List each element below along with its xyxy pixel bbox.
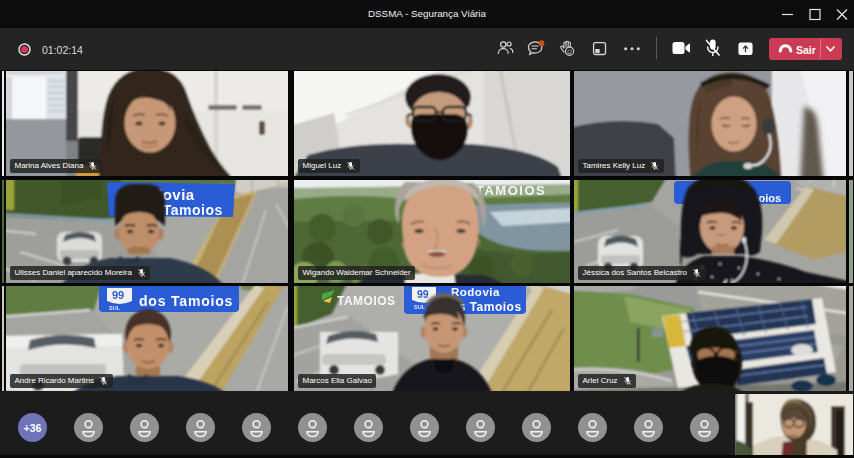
svg-text:TAMOIOS: TAMOIOS: [476, 183, 546, 198]
svg-text:Rodovia: Rodovia: [451, 286, 500, 298]
svg-text:99: 99: [112, 289, 124, 301]
svg-text:SUL: SUL: [109, 305, 121, 311]
svg-text:99: 99: [417, 288, 429, 300]
svg-text:dos Tamoios: dos Tamoios: [139, 293, 233, 309]
svg-text:SUL: SUL: [414, 304, 426, 310]
svg-text:TAMOIOS: TAMOIOS: [337, 294, 396, 308]
